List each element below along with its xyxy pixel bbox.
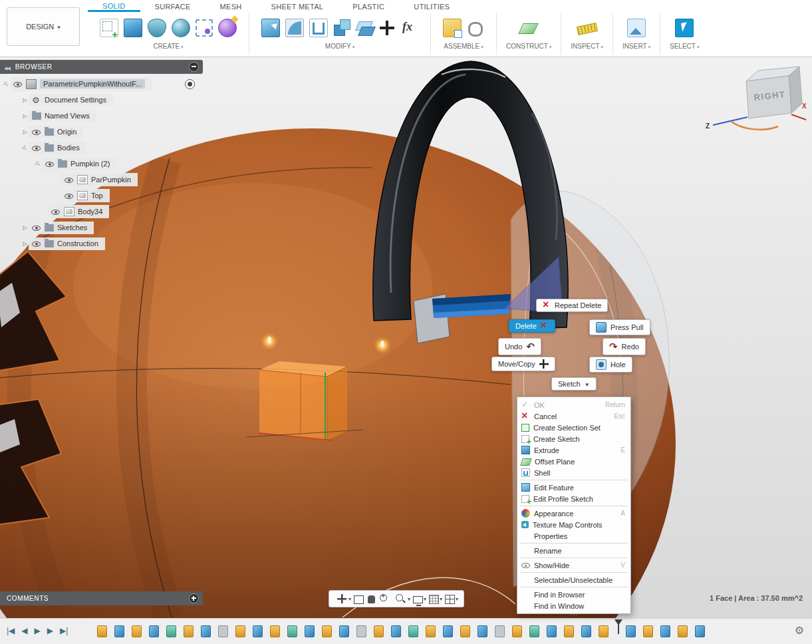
menu-item-selectable-unselectable[interactable]: Selectable/Unselectable [517,574,630,585]
tab-sheet-metal[interactable]: SHEET METAL [257,1,338,11]
item-label[interactable]: Construction [57,240,98,247]
delete-button[interactable]: Delete [509,319,555,333]
timeline-feature-icon[interactable] [149,625,159,637]
tab-utilities[interactable]: UTILITIES [399,1,464,11]
design-menu-button[interactable]: DESIGN [7,7,80,46]
menu-item-find-in-window[interactable]: Find in Window [517,600,630,611]
menu-item-appearance[interactable]: Appearance A [517,508,630,519]
minimize-browser-button[interactable] [189,62,199,72]
browser-item-bodies[interactable]: Bodies [21,140,224,156]
browser-item-construction[interactable]: Construction [21,236,224,251]
browser-item-pumpkin[interactable]: Pumpkin (2) [35,156,237,172]
item-label[interactable]: Body34 [78,208,102,216]
pan-hand-icon[interactable] [368,595,375,603]
comments-bar[interactable]: COMMENTS [0,591,203,605]
sphere-primitive-icon[interactable] [172,19,190,37]
item-label[interactable]: Top [91,192,103,200]
chevron-down-icon[interactable] [424,596,426,602]
timeline-feature-icon[interactable] [547,625,557,637]
create-sketch-icon[interactable] [100,19,118,37]
chevron-down-icon[interactable] [440,596,442,602]
timeline-feature-icon[interactable] [166,625,176,637]
visibility-eye-icon[interactable] [13,80,23,88]
tab-plastic[interactable]: PLASTIC [338,1,399,11]
visibility-eye-icon[interactable] [32,144,41,152]
timeline-feature-icon[interactable] [512,625,522,637]
add-comment-button[interactable] [189,593,199,603]
undo-button[interactable]: Undo [498,338,541,355]
visibility-eye-icon[interactable] [45,160,55,168]
play-icon[interactable] [35,626,41,635]
timeline-feature-icon[interactable] [114,625,124,637]
press-pull-icon[interactable] [261,19,280,37]
visibility-eye-icon[interactable] [51,208,61,216]
menu-item-ok[interactable]: OK Return [517,399,630,410]
fillet-icon[interactable] [285,19,304,37]
move-copy-icon[interactable] [378,19,396,37]
menu-item-extrude[interactable]: Extrude E [517,444,630,456]
go-to-end-icon[interactable] [60,626,68,635]
select-tool-icon[interactable] [675,19,694,37]
menu-item-cancel[interactable]: Cancel Esc [517,410,630,422]
timeline-feature-icon[interactable] [678,625,688,637]
timeline-feature-icon[interactable] [564,625,574,637]
browser-root-label[interactable]: ParametricPumpkinWithoutF... [40,79,145,88]
timeline-feature-icon[interactable] [270,625,280,637]
menu-item-offset-plane[interactable]: Offset Plane [517,456,630,467]
menu-item-properties[interactable]: Properties [517,530,630,542]
go-to-start-icon[interactable] [7,626,15,635]
repeat-delete-button[interactable]: Repeat Delete [536,299,608,312]
browser-item-origin[interactable]: Origin [21,124,224,140]
visibility-eye-icon[interactable] [32,224,41,232]
viewports-icon[interactable] [445,595,455,604]
browser-item-named-views[interactable]: Named Views [21,108,224,124]
zoom-icon[interactable] [379,593,391,604]
timeline-feature-icon[interactable] [287,625,297,637]
browser-item-body34[interactable]: Body34 [48,204,251,220]
timeline-feature-icon[interactable] [599,625,609,637]
timeline-settings-gear-icon[interactable] [795,624,804,637]
timeline-feature-icon[interactable] [529,625,539,637]
timeline-feature-icon[interactable] [477,625,487,637]
item-label[interactable]: Bodies [57,144,80,152]
create-group-label[interactable]: CREATE [153,43,183,50]
inspect-group-label[interactable]: INSPECT [571,43,603,50]
menu-item-find-in-browser[interactable]: Find in Browser [517,589,630,600]
timeline-feature-icon[interactable] [97,625,107,637]
timeline-feature-icon[interactable] [695,625,705,637]
menu-item-rename[interactable]: Rename [517,545,630,556]
offset-face-icon[interactable] [356,19,373,37]
change-parameters-icon[interactable] [401,19,418,37]
shell-icon[interactable] [309,19,328,37]
move-copy-button[interactable]: Move/Copy [491,357,555,371]
assemble-group-label[interactable]: ASSEMBLE [444,43,483,50]
item-label[interactable]: Origin [57,128,76,136]
timeline-feature-icon[interactable] [305,625,315,637]
combine-icon[interactable] [333,19,350,37]
expander-icon[interactable] [21,113,29,119]
timeline-feature-icon[interactable] [253,625,263,637]
sketch-dropdown-button[interactable]: Sketch [551,377,597,391]
timeline-feature-icon[interactable] [660,625,670,637]
menu-item-create-selection-set[interactable]: Create Selection Set [517,422,630,433]
timeline-feature-icon[interactable] [443,625,453,637]
pattern-icon[interactable] [196,19,213,37]
hole-button[interactable]: Hole [589,357,632,373]
joint-icon[interactable] [467,19,484,37]
modify-group-label[interactable]: MODIFY [325,43,354,50]
menu-item-show-hide[interactable]: Show/Hide V [517,560,630,571]
timeline-feature-icon[interactable] [460,625,470,637]
browser-item-sketches[interactable]: Sketches [21,220,224,236]
expander-icon[interactable] [21,97,29,103]
activate-component-radio[interactable] [185,79,195,89]
menu-item-edit-feature[interactable]: Edit Feature [517,482,630,493]
timeline-feature-icon[interactable] [426,625,436,637]
item-label[interactable]: Pumpkin (2) [70,160,110,168]
tab-surface[interactable]: SURFACE [140,1,205,11]
browser-item-document-settings[interactable]: Document Settings [21,92,224,108]
timeline-feature-icon[interactable] [626,625,636,637]
redo-button[interactable]: Redo [603,338,646,355]
select-group-label[interactable]: SELECT [670,43,699,50]
timeline-feature-icon[interactable] [184,625,194,637]
browser-root-row[interactable]: ParametricPumpkinWithoutF... [3,76,205,92]
